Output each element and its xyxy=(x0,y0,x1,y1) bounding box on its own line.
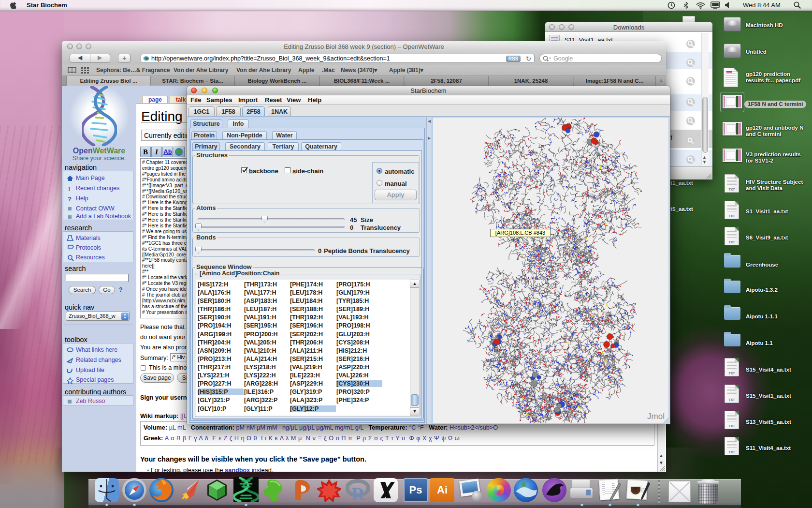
svg-text:?: ? xyxy=(68,195,72,203)
svg-text:!: ! xyxy=(68,185,70,193)
